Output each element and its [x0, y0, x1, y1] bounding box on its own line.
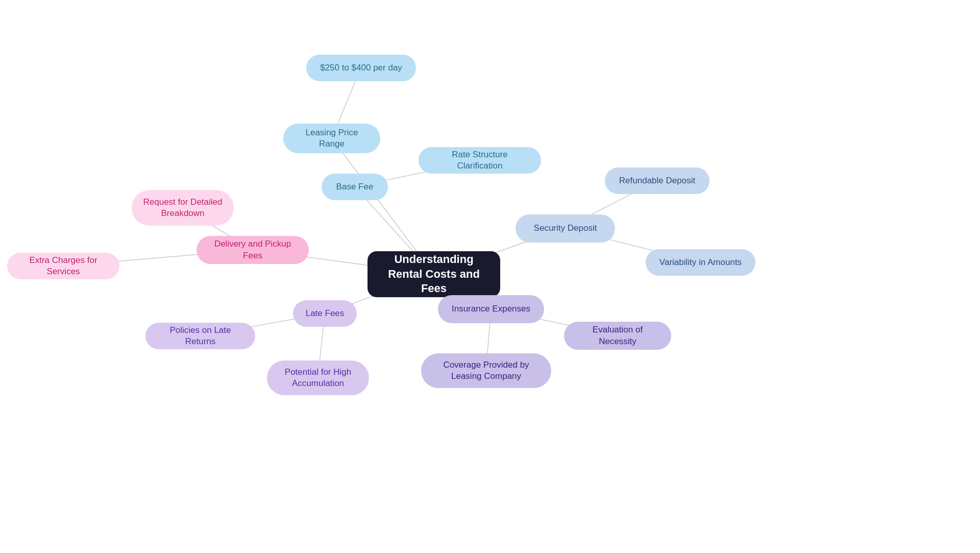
coverage-leasing-label: Coverage Provided by Leasing Company: [432, 359, 540, 382]
delivery-pickup-node: Delivery and Pickup Fees: [197, 236, 309, 264]
extra-charges-node: Extra Charges for Services: [7, 253, 119, 279]
price-per-day-node: $250 to $400 per day: [306, 55, 416, 81]
evaluation-necessity-label: Evaluation of Necessity: [575, 324, 660, 347]
late-fees-node: Late Fees: [293, 300, 357, 327]
base-fee-node: Base Fee: [322, 174, 388, 200]
price-per-day-label: $250 to $400 per day: [320, 62, 402, 74]
base-fee-label: Base Fee: [336, 181, 374, 193]
insurance-expenses-label: Insurance Expenses: [452, 303, 530, 315]
leasing-price-range-label: Leasing Price Range: [295, 127, 369, 150]
variability-node: Variability in Amounts: [646, 249, 755, 276]
refundable-deposit-label: Refundable Deposit: [619, 175, 695, 186]
variability-label: Variability in Amounts: [659, 257, 742, 268]
request-breakdown-node: Request for Detailed Breakdown: [132, 190, 234, 226]
rate-structure-node: Rate Structure Clarification: [419, 147, 541, 174]
leasing-price-range-node: Leasing Price Range: [283, 124, 380, 153]
evaluation-necessity-node: Evaluation of Necessity: [564, 322, 671, 350]
rate-structure-label: Rate Structure Clarification: [430, 149, 530, 172]
late-fees-label: Late Fees: [306, 308, 345, 319]
request-breakdown-label: Request for Detailed Breakdown: [143, 197, 223, 219]
refundable-deposit-node: Refundable Deposit: [605, 167, 709, 194]
insurance-expenses-node: Insurance Expenses: [438, 295, 544, 323]
center-node: Understanding Rental Costs and Fees: [368, 251, 500, 297]
potential-accumulation-label: Potential for High Accumulation: [278, 367, 358, 389]
policies-late-label: Policies on Late Returns: [157, 325, 244, 347]
extra-charges-label: Extra Charges for Services: [18, 255, 108, 277]
center-label: Understanding Rental Costs and Fees: [379, 252, 489, 296]
security-deposit-node: Security Deposit: [516, 214, 615, 243]
security-deposit-label: Security Deposit: [534, 223, 597, 234]
coverage-leasing-node: Coverage Provided by Leasing Company: [421, 353, 551, 388]
potential-accumulation-node: Potential for High Accumulation: [267, 360, 369, 395]
policies-late-node: Policies on Late Returns: [145, 323, 255, 349]
delivery-pickup-label: Delivery and Pickup Fees: [208, 238, 298, 261]
